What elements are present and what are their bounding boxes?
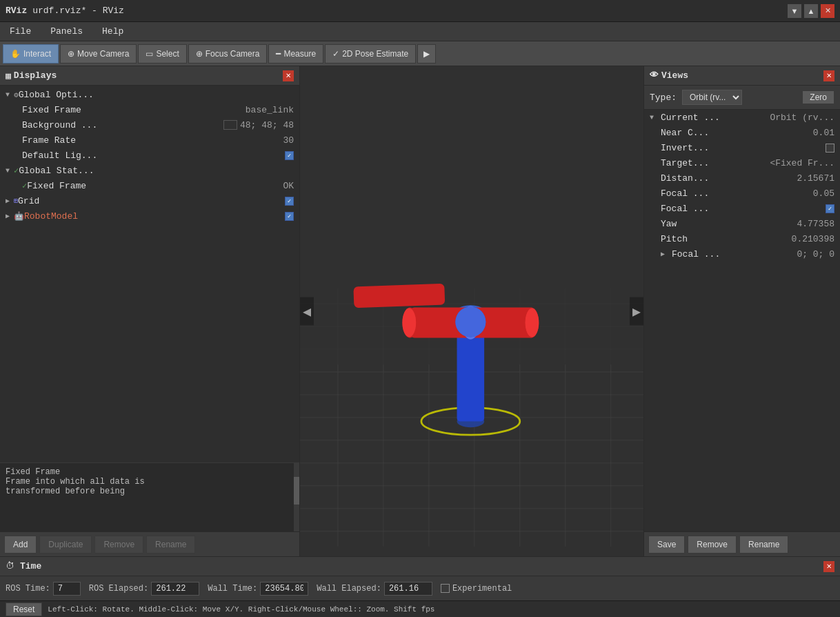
- views-tree-target[interactable]: Target... <Fixed Fr...: [644, 155, 840, 170]
- rename-button[interactable]: Rename: [146, 536, 195, 554]
- toolbar-focus-camera[interactable]: ⊕ Focus Camera: [188, 44, 268, 63]
- menu-help[interactable]: Help: [98, 25, 128, 38]
- close-button[interactable]: ✕: [821, 4, 834, 18]
- tree-item-fixed-frame-status[interactable]: ✓ Fixed Frame OK: [0, 178, 299, 193]
- focus-camera-icon: ⊕: [196, 49, 203, 59]
- views-label-current: Current ...: [661, 112, 767, 123]
- time-panel-title: Time: [20, 561, 41, 571]
- toolbar-select[interactable]: ▭ Select: [138, 44, 186, 63]
- views-label-pitch: Pitch: [661, 234, 789, 244]
- tree-item-global-options[interactable]: ▼ ⚙ Global Opti...: [0, 87, 299, 102]
- views-tree-focal-xyz[interactable]: ▶ Focal ... 0; 0; 0: [644, 246, 840, 262]
- views-tree-yaw[interactable]: Yaw 4.77358: [644, 216, 840, 231]
- experimental-checkbox[interactable]: [441, 584, 450, 593]
- tree-item-frame-rate[interactable]: Frame Rate 30: [0, 133, 299, 148]
- info-text-line3: transformed before being: [6, 487, 294, 496]
- views-tree-pitch[interactable]: Pitch 0.210398: [644, 231, 840, 246]
- views-panel-title: 👁 Views: [650, 70, 688, 81]
- toolbar-move-camera[interactable]: ⊕ Move Camera: [60, 44, 137, 63]
- views-remove-button[interactable]: Remove: [688, 536, 737, 554]
- pose-label: 2D Pose Estimate: [342, 49, 408, 59]
- reset-button[interactable]: Reset: [6, 603, 42, 616]
- ros-elapsed-input[interactable]: [151, 582, 199, 596]
- minimize-button[interactable]: ▼: [788, 4, 801, 18]
- pose-icon: ✓: [332, 49, 339, 59]
- app-logo: RViz: [6, 6, 27, 16]
- displays-panel-title: ▦ Displays: [6, 70, 57, 81]
- select-icon: ▭: [146, 49, 153, 59]
- views-zero-button[interactable]: Zero: [802, 90, 834, 104]
- menu-file[interactable]: File: [6, 25, 35, 38]
- views-save-button[interactable]: Save: [648, 536, 685, 554]
- checkbox-grid[interactable]: ✓: [285, 197, 294, 206]
- toolbar-2d-pose[interactable]: ✓ 2D Pose Estimate: [325, 44, 416, 63]
- expand-arrow-robotmodel: ▶: [6, 212, 14, 220]
- toolbar-interact[interactable]: ✋ Interact: [3, 44, 59, 63]
- wall-time-input[interactable]: [260, 582, 308, 596]
- toolbar-measure[interactable]: ━ Measure: [268, 44, 323, 63]
- info-text-line2: Frame into which all data is: [6, 477, 294, 487]
- viewport-arrow-left[interactable]: ◀: [300, 297, 314, 326]
- titlebar: RViz urdf.rviz* - RViz ▼ ▲ ✕: [0, 0, 840, 22]
- menu-panels[interactable]: Panels: [46, 25, 87, 38]
- ros-time-field: ROS Time:: [6, 582, 81, 596]
- status-bar: Reset Left-Click: Rotate. Middle-Click: …: [0, 600, 840, 617]
- tree-item-grid[interactable]: ▶ ⊞ Grid ✓: [0, 193, 299, 208]
- views-tree-invert[interactable]: Invert...: [644, 140, 840, 155]
- views-value-focal-xyz: 0; 0; 0: [797, 249, 834, 259]
- views-tree-distance[interactable]: Distan... 2.15671: [644, 170, 840, 186]
- tree-label-global-options: Global Opti...: [19, 90, 294, 100]
- displays-panel-close[interactable]: ✕: [283, 70, 294, 81]
- tree-item-global-status[interactable]: ▼ ✓ Global Stat...: [0, 163, 299, 178]
- gear-icon-global-options: ⚙: [14, 90, 19, 99]
- tree-item-robotmodel[interactable]: ▶ 🤖 RobotModel ✓: [0, 208, 299, 224]
- checkbox-focal[interactable]: ✓: [826, 204, 834, 213]
- info-scrollbar[interactable]: [294, 463, 299, 531]
- viewport-arrow-right[interactable]: ▶: [630, 297, 643, 326]
- svg-rect-30: [353, 284, 445, 308]
- move-camera-icon: ⊕: [68, 49, 74, 59]
- views-value-distance: 2.15671: [797, 173, 834, 184]
- views-panel-header: 👁 Views ✕: [644, 66, 840, 86]
- checkbox-robotmodel[interactable]: ✓: [285, 212, 294, 221]
- add-button[interactable]: Add: [4, 536, 37, 554]
- wall-elapsed-input[interactable]: [384, 582, 432, 596]
- viewport[interactable]: ◀ ▶: [300, 66, 643, 556]
- ros-elapsed-field: ROS Elapsed:: [89, 582, 199, 596]
- checkbox-invert[interactable]: [826, 144, 834, 153]
- ros-time-input[interactable]: [53, 582, 81, 596]
- 3d-scene: [300, 66, 643, 556]
- tree-item-background[interactable]: Background ... 48; 48; 48: [0, 117, 299, 133]
- measure-icon: ━: [276, 49, 281, 59]
- toolbar-more[interactable]: ▶: [417, 44, 436, 63]
- wall-elapsed-label: Wall Elapsed:: [317, 584, 381, 594]
- tree-item-fixed-frame[interactable]: Fixed Frame base_link: [0, 102, 299, 117]
- time-panel-close[interactable]: ✕: [823, 561, 834, 572]
- toolbar: ✋ Interact ⊕ Move Camera ▭ Select ⊕ Focu…: [0, 41, 840, 66]
- tree-label-default-lighting: Default Lig...: [22, 150, 285, 161]
- views-tree-focal-point[interactable]: Focal ... 0.05: [644, 186, 840, 201]
- svg-point-40: [526, 308, 539, 337]
- duplicate-button[interactable]: Duplicate: [39, 536, 92, 554]
- views-label-invert: Invert...: [661, 143, 823, 153]
- tree-label-fixed-frame: Fixed Frame: [22, 105, 246, 115]
- views-tree-current[interactable]: ▼ Current ... Orbit (rv...: [644, 110, 840, 125]
- views-value-current: Orbit (rv...: [770, 112, 834, 123]
- views-tree-near-clip[interactable]: Near C... 0.01: [644, 125, 840, 140]
- views-type-select[interactable]: Orbit (rv...: [682, 90, 742, 105]
- tree-item-default-lighting[interactable]: Default Lig... ✓: [0, 148, 299, 163]
- views-tree: ▼ Current ... Orbit (rv... Near C... 0.0…: [644, 110, 840, 531]
- views-rename-button[interactable]: Rename: [739, 536, 788, 554]
- maximize-button[interactable]: ▲: [804, 4, 818, 18]
- views-panel-close[interactable]: ✕: [823, 70, 834, 81]
- views-type-label: Type:: [650, 92, 677, 103]
- checkbox-default-lighting[interactable]: ✓: [285, 151, 294, 160]
- expand-arrow-grid: ▶: [6, 197, 14, 205]
- remove-button[interactable]: Remove: [94, 536, 143, 554]
- views-panel: 👁 Views ✕ Type: Orbit (rv... Zero ▼ Curr…: [643, 66, 840, 556]
- views-tree-focal-shape[interactable]: Focal ... ✓: [644, 201, 840, 216]
- info-scrollbar-thumb: [294, 477, 299, 505]
- time-clock-icon: ⏱: [6, 561, 14, 571]
- focus-camera-label: Focus Camera: [206, 49, 260, 59]
- wall-time-field: Wall Time:: [208, 582, 308, 596]
